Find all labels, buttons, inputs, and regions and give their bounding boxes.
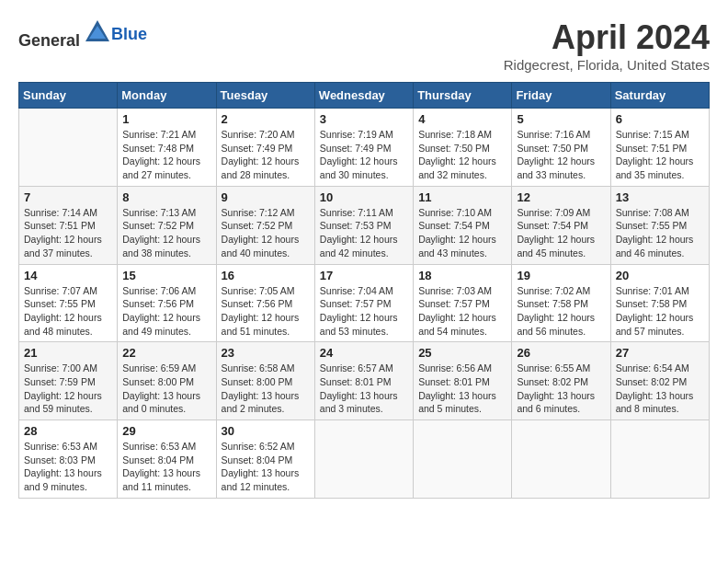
day-info: Sunrise: 7:01 AMSunset: 7:58 PMDaylight:… — [616, 284, 704, 339]
day-info: Sunrise: 6:52 AMSunset: 8:04 PMDaylight:… — [222, 440, 310, 494]
calendar-week-3: 14Sunrise: 7:07 AMSunset: 7:55 PMDayligh… — [19, 264, 710, 342]
calendar-cell: 1Sunrise: 7:21 AMSunset: 7:48 PMDaylight… — [118, 109, 216, 187]
day-number: 6 — [616, 112, 704, 126]
day-number: 2 — [222, 112, 310, 126]
calendar-cell: 4Sunrise: 7:18 AMSunset: 7:50 PMDaylight… — [414, 109, 512, 187]
day-info: Sunrise: 7:20 AMSunset: 7:49 PMDaylight:… — [222, 128, 310, 182]
day-header-sunday: Sunday — [19, 83, 118, 109]
calendar-cell: 17Sunrise: 7:04 AMSunset: 7:57 PMDayligh… — [314, 264, 413, 342]
calendar-cell: 27Sunrise: 6:54 AMSunset: 8:02 PMDayligh… — [610, 342, 709, 420]
day-info: Sunrise: 7:14 AMSunset: 7:51 PMDaylight:… — [24, 206, 112, 260]
calendar-week-5: 28Sunrise: 6:53 AMSunset: 8:03 PMDayligh… — [19, 420, 710, 499]
day-number: 13 — [616, 190, 704, 204]
main-title: April 2024 — [504, 18, 710, 57]
day-number: 18 — [418, 269, 506, 282]
header: General Blue April 2024 Ridgecrest, Flor… — [18, 18, 710, 73]
day-number: 21 — [24, 346, 112, 360]
day-info: Sunrise: 6:53 AMSunset: 8:03 PMDaylight:… — [24, 440, 112, 494]
day-number: 29 — [122, 424, 210, 438]
day-number: 12 — [517, 190, 605, 204]
day-number: 26 — [517, 346, 605, 360]
logo: General Blue — [18, 18, 147, 51]
calendar-week-4: 21Sunrise: 7:00 AMSunset: 7:59 PMDayligh… — [19, 342, 710, 420]
day-number: 25 — [418, 346, 506, 360]
calendar-cell: 2Sunrise: 7:20 AMSunset: 7:49 PMDaylight… — [216, 109, 314, 187]
calendar-cell: 10Sunrise: 7:11 AMSunset: 7:53 PMDayligh… — [314, 186, 413, 264]
day-info: Sunrise: 6:56 AMSunset: 8:01 PMDaylight:… — [418, 362, 506, 416]
day-info: Sunrise: 7:18 AMSunset: 7:50 PMDaylight:… — [418, 128, 506, 182]
day-info: Sunrise: 7:00 AMSunset: 7:59 PMDaylight:… — [24, 362, 112, 416]
calendar-cell: 22Sunrise: 6:59 AMSunset: 8:00 PMDayligh… — [118, 342, 216, 420]
calendar-cell: 11Sunrise: 7:10 AMSunset: 7:54 PMDayligh… — [414, 186, 512, 264]
day-number: 20 — [616, 269, 704, 282]
day-info: Sunrise: 7:15 AMSunset: 7:51 PMDaylight:… — [616, 128, 704, 182]
day-info: Sunrise: 7:03 AMSunset: 7:57 PMDaylight:… — [418, 284, 506, 339]
day-info: Sunrise: 7:21 AMSunset: 7:48 PMDaylight:… — [122, 128, 210, 182]
subtitle: Ridgecrest, Florida, United States — [504, 57, 710, 73]
day-info: Sunrise: 7:11 AMSunset: 7:53 PMDaylight:… — [320, 206, 408, 260]
day-number: 10 — [320, 190, 408, 204]
day-info: Sunrise: 6:59 AMSunset: 8:00 PMDaylight:… — [122, 362, 210, 416]
logo-blue: Blue — [111, 25, 147, 44]
day-info: Sunrise: 7:06 AMSunset: 7:56 PMDaylight:… — [122, 284, 210, 339]
day-number: 16 — [222, 269, 310, 282]
day-number: 11 — [418, 190, 506, 204]
day-number: 24 — [320, 346, 408, 360]
day-number: 9 — [222, 190, 310, 204]
calendar-cell: 15Sunrise: 7:06 AMSunset: 7:56 PMDayligh… — [118, 264, 216, 342]
day-info: Sunrise: 7:13 AMSunset: 7:52 PMDaylight:… — [122, 206, 210, 260]
day-number: 1 — [122, 112, 210, 126]
day-info: Sunrise: 7:07 AMSunset: 7:55 PMDaylight:… — [24, 284, 112, 339]
calendar-cell: 23Sunrise: 6:58 AMSunset: 8:00 PMDayligh… — [216, 342, 314, 420]
day-info: Sunrise: 6:53 AMSunset: 8:04 PMDaylight:… — [122, 440, 210, 494]
day-info: Sunrise: 6:57 AMSunset: 8:01 PMDaylight:… — [320, 362, 408, 416]
day-info: Sunrise: 7:08 AMSunset: 7:55 PMDaylight:… — [616, 206, 704, 260]
day-number: 22 — [122, 346, 210, 360]
calendar-cell: 24Sunrise: 6:57 AMSunset: 8:01 PMDayligh… — [314, 342, 413, 420]
calendar-cell: 16Sunrise: 7:05 AMSunset: 7:56 PMDayligh… — [216, 264, 314, 342]
calendar-cell: 8Sunrise: 7:13 AMSunset: 7:52 PMDaylight… — [118, 186, 216, 264]
calendar-cell: 30Sunrise: 6:52 AMSunset: 8:04 PMDayligh… — [216, 420, 314, 499]
day-number: 17 — [320, 269, 408, 282]
day-number: 19 — [517, 269, 605, 282]
day-number: 30 — [222, 424, 310, 438]
calendar-cell — [512, 420, 610, 499]
calendar-cell: 20Sunrise: 7:01 AMSunset: 7:58 PMDayligh… — [610, 264, 709, 342]
calendar-cell: 13Sunrise: 7:08 AMSunset: 7:55 PMDayligh… — [610, 186, 709, 264]
calendar-cell — [19, 109, 118, 187]
day-info: Sunrise: 6:54 AMSunset: 8:02 PMDaylight:… — [616, 362, 704, 416]
calendar-header-row: SundayMondayTuesdayWednesdayThursdayFrid… — [19, 83, 710, 109]
day-number: 4 — [418, 112, 506, 126]
calendar-cell: 3Sunrise: 7:19 AMSunset: 7:49 PMDaylight… — [314, 109, 413, 187]
day-number: 14 — [24, 269, 112, 282]
day-info: Sunrise: 7:12 AMSunset: 7:52 PMDaylight:… — [222, 206, 310, 260]
calendar-cell: 21Sunrise: 7:00 AMSunset: 7:59 PMDayligh… — [19, 342, 118, 420]
day-number: 7 — [24, 190, 112, 204]
day-number: 28 — [24, 424, 112, 438]
logo-general: General — [18, 31, 80, 50]
calendar-cell: 19Sunrise: 7:02 AMSunset: 7:58 PMDayligh… — [512, 264, 610, 342]
day-number: 15 — [122, 269, 210, 282]
logo-icon — [84, 18, 111, 46]
day-header-monday: Monday — [118, 83, 216, 109]
day-info: Sunrise: 7:19 AMSunset: 7:49 PMDaylight:… — [320, 128, 408, 182]
calendar: SundayMondayTuesdayWednesdayThursdayFrid… — [18, 82, 710, 499]
day-header-friday: Friday — [512, 83, 610, 109]
calendar-cell: 5Sunrise: 7:16 AMSunset: 7:50 PMDaylight… — [512, 109, 610, 187]
calendar-cell: 6Sunrise: 7:15 AMSunset: 7:51 PMDaylight… — [610, 109, 709, 187]
day-info: Sunrise: 7:02 AMSunset: 7:58 PMDaylight:… — [517, 284, 605, 339]
day-header-thursday: Thursday — [414, 83, 512, 109]
calendar-cell — [414, 420, 512, 499]
calendar-cell — [314, 420, 413, 499]
calendar-cell: 25Sunrise: 6:56 AMSunset: 8:01 PMDayligh… — [414, 342, 512, 420]
day-info: Sunrise: 6:55 AMSunset: 8:02 PMDaylight:… — [517, 362, 605, 416]
day-info: Sunrise: 7:04 AMSunset: 7:57 PMDaylight:… — [320, 284, 408, 339]
day-info: Sunrise: 7:10 AMSunset: 7:54 PMDaylight:… — [418, 206, 506, 260]
day-info: Sunrise: 7:09 AMSunset: 7:54 PMDaylight:… — [517, 206, 605, 260]
calendar-cell: 9Sunrise: 7:12 AMSunset: 7:52 PMDaylight… — [216, 186, 314, 264]
calendar-cell: 14Sunrise: 7:07 AMSunset: 7:55 PMDayligh… — [19, 264, 118, 342]
calendar-cell: 29Sunrise: 6:53 AMSunset: 8:04 PMDayligh… — [118, 420, 216, 499]
day-info: Sunrise: 7:16 AMSunset: 7:50 PMDaylight:… — [517, 128, 605, 182]
calendar-week-1: 1Sunrise: 7:21 AMSunset: 7:48 PMDaylight… — [19, 109, 710, 187]
calendar-week-2: 7Sunrise: 7:14 AMSunset: 7:51 PMDaylight… — [19, 186, 710, 264]
